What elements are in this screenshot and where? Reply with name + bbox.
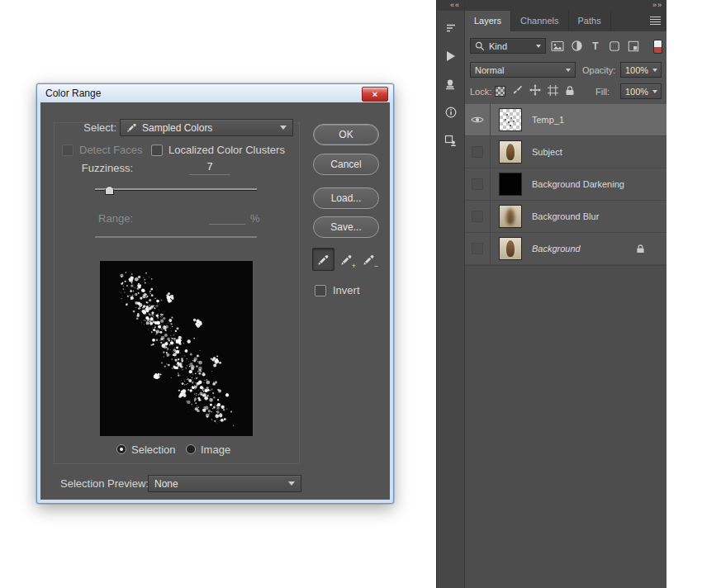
select-dropdown[interactable]: Sampled Colors (120, 119, 293, 136)
layer-name: Subject (532, 147, 562, 157)
layer-row-background-darkening[interactable]: Background Darkening (465, 168, 666, 201)
visibility-toggle[interactable] (465, 233, 491, 264)
detect-faces-label: Detect Faces (79, 144, 143, 156)
selection-preview-image[interactable] (100, 261, 253, 436)
save-button[interactable]: Save... (313, 216, 379, 238)
filter-pixel-layers-icon[interactable] (551, 40, 564, 53)
load-button[interactable]: Load... (313, 187, 379, 209)
blend-mode-value: Normal (475, 65, 504, 75)
brush-settings-panel-icon[interactable] (437, 18, 464, 38)
selection-radio-label: Selection (131, 443, 175, 456)
visibility-toggle[interactable] (465, 168, 491, 200)
fill-dropdown[interactable]: 100% (620, 83, 662, 99)
layer-row-background-blur[interactable]: Background Blur (465, 201, 666, 233)
selection-radio[interactable] (116, 444, 126, 454)
cancel-button[interactable]: Cancel (313, 154, 379, 175)
tab-layers[interactable]: Layers (465, 11, 511, 31)
layer-name: Background (532, 244, 581, 254)
chevron-down-icon (536, 45, 541, 48)
filter-smart-objects-icon[interactable] (627, 40, 640, 53)
layer-lock-icon (636, 244, 645, 254)
opacity-dropdown[interactable]: 100% (620, 62, 662, 78)
localized-clusters-checkbox[interactable] (151, 145, 163, 156)
layer-comps-panel-icon[interactable] (437, 130, 464, 150)
layer-thumbnail[interactable] (499, 205, 522, 228)
dialog-titlebar[interactable]: Color Range (37, 84, 393, 102)
image-radio-label: Image (201, 443, 230, 456)
chevron-down-icon (652, 90, 657, 93)
eyedropper-icon (317, 254, 330, 266)
layer-row-subject[interactable]: Subject (465, 136, 666, 168)
layers-panel-empty-area (465, 265, 666, 588)
speckle-sprite (500, 109, 521, 130)
tab-channels[interactable]: Channels (511, 11, 568, 31)
panel-tabs: Layers Channels Paths (465, 11, 666, 31)
fill-label: Fill: (595, 87, 610, 97)
ok-button[interactable]: OK (313, 124, 379, 145)
fuzziness-label: Fuzziness: (54, 162, 133, 174)
filter-shape-layers-icon[interactable] (608, 40, 621, 53)
layer-thumbnail[interactable] (499, 237, 522, 260)
layer-list: Temp_1 Subject Background Darkening (465, 104, 666, 265)
dock-header[interactable]: «« (437, 0, 464, 11)
localized-clusters-option[interactable]: Localized Color Clusters (151, 144, 285, 156)
layer-name: Temp_1 (532, 115, 564, 125)
clone-source-panel-icon[interactable] (437, 74, 464, 94)
visibility-toggle[interactable] (465, 104, 491, 135)
layer-row-temp1[interactable]: Temp_1 (465, 104, 666, 136)
slider-track (95, 236, 257, 238)
invert-label: Invert (333, 284, 360, 296)
visibility-toggle[interactable] (465, 136, 491, 168)
selection-preview-dropdown[interactable]: None (148, 475, 301, 492)
range-label: Range: (54, 212, 133, 225)
layer-row-background[interactable]: Background (465, 233, 666, 265)
filter-adjustment-layers-icon[interactable] (570, 40, 583, 53)
layer-name: Background Darkening (532, 179, 624, 189)
add-to-sample-eyedropper-button[interactable]: + (336, 249, 357, 270)
actions-panel-icon[interactable] (437, 46, 464, 66)
lock-artboard-icon[interactable] (548, 84, 558, 99)
filter-type-layers-icon[interactable]: T (589, 40, 602, 53)
invert-checkbox[interactable] (315, 285, 326, 296)
hamburger-icon (650, 17, 661, 25)
fuzziness-slider[interactable] (95, 185, 257, 194)
detect-faces-option[interactable]: Detect Faces (62, 144, 143, 156)
lock-buttons (495, 83, 575, 99)
lock-position-move-icon[interactable] (529, 84, 541, 99)
localized-clusters-label: Localized Color Clusters (168, 144, 285, 156)
layer-thumbnail[interactable] (499, 140, 522, 164)
eye-empty-well (472, 243, 483, 254)
info-panel-icon[interactable] (437, 102, 464, 122)
eyedropper-button[interactable] (312, 248, 334, 271)
chevron-down-icon (652, 69, 657, 72)
layer-thumbnail[interactable] (499, 108, 522, 131)
layer-thumbnail[interactable] (499, 173, 522, 196)
selection-preview-value: None (154, 478, 178, 490)
eye-empty-well (472, 146, 483, 158)
lock-pixels-brush-icon[interactable] (512, 84, 523, 99)
close-button[interactable]: × (362, 87, 388, 102)
lock-all-icon[interactable] (565, 84, 575, 99)
expand-panels-icon[interactable]: «« (450, 1, 460, 9)
panel-dock-header[interactable]: »» (465, 0, 666, 11)
blend-mode-dropdown[interactable]: Normal (470, 62, 576, 78)
collapse-to-icons-icon[interactable]: »» (652, 1, 662, 9)
filter-kind-dropdown[interactable]: Kind (470, 38, 546, 54)
layer-filter-toggle[interactable] (653, 40, 662, 54)
range-percent: % (250, 212, 260, 225)
fuzziness-input[interactable] (189, 159, 230, 175)
eyedropper-icon (126, 122, 137, 133)
lock-transparency-icon[interactable] (495, 86, 505, 97)
subtract-from-sample-eyedropper-button[interactable]: − (358, 249, 379, 270)
image-radio[interactable] (186, 444, 196, 454)
invert-option[interactable]: Invert (315, 284, 360, 296)
layers-panel-body: Kind T (465, 31, 666, 588)
figure-sprite (506, 144, 515, 160)
detect-faces-checkbox[interactable] (62, 145, 74, 156)
slider-track[interactable] (95, 188, 257, 190)
visibility-toggle[interactable] (465, 201, 491, 232)
slider-thumb[interactable] (105, 186, 114, 195)
layer-filter-buttons: T (551, 38, 640, 54)
tab-paths[interactable]: Paths (569, 11, 611, 31)
panel-menu-icon[interactable] (648, 14, 662, 27)
